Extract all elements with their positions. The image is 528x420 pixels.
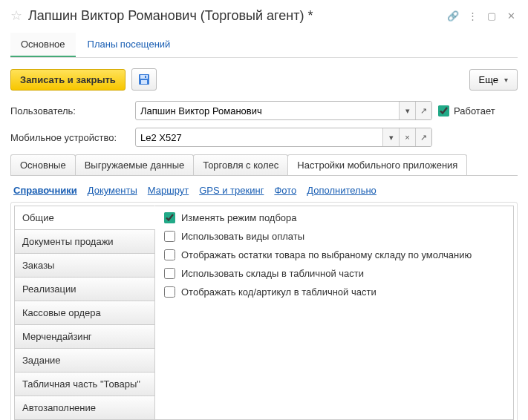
floppy-disk-icon	[138, 73, 150, 85]
svg-rect-2	[141, 80, 147, 84]
nav-tabs: Основное Планы посещений	[10, 33, 518, 58]
svg-rect-1	[140, 75, 148, 79]
works-checkbox[interactable]	[438, 105, 449, 117]
vtab-merchandising[interactable]: Мерчендайзинг	[14, 324, 155, 348]
tab-trade[interactable]: Торговля с колес	[193, 154, 288, 175]
vertical-tabs: Общие Документы продажи Заказы Реализаци…	[14, 206, 155, 420]
device-dropdown-button[interactable]: ▾	[382, 128, 399, 146]
favorite-star-icon[interactable]: ☆	[10, 7, 22, 24]
opt-show-code-label: Отображать код/артикул в табличной части	[181, 286, 377, 298]
main-tabstrip: Основные Выгружаемые данные Торговля с к…	[10, 154, 518, 176]
subtabs: Справочники Документы Маршрут GPS и трек…	[10, 176, 518, 202]
options-panel: Изменять режим подбора Использовать виды…	[154, 206, 514, 420]
tab-export-data[interactable]: Выгружаемые данные	[75, 154, 195, 175]
opt-warehouses-checkbox[interactable]	[164, 268, 175, 279]
svg-rect-3	[145, 76, 146, 78]
tab-basic[interactable]: Основные	[10, 154, 76, 175]
user-row: Пользователь: ▾ ↗ Работает	[10, 101, 518, 120]
user-dropdown-button[interactable]: ▾	[399, 102, 415, 119]
opt-change-mode-checkbox[interactable]	[164, 212, 175, 223]
maximize-icon[interactable]: ▢	[485, 10, 498, 22]
user-label: Пользователь:	[10, 105, 129, 117]
subtab-photo[interactable]: Фото	[274, 185, 296, 196]
opt-payment-types-checkbox[interactable]	[164, 231, 175, 242]
close-icon[interactable]: ✕	[504, 10, 518, 22]
content-area: Общие Документы продажи Заказы Реализаци…	[10, 202, 518, 420]
more-button[interactable]: Еще	[469, 69, 518, 91]
device-open-button[interactable]: ↗	[415, 128, 431, 146]
vtab-table-goods[interactable]: Табличная часть "Товары"	[14, 372, 155, 396]
tab-mobile-settings[interactable]: Настройки мобильного приложения	[287, 154, 467, 175]
device-label: Мобильное устройство:	[10, 132, 129, 143]
vtab-sales-docs[interactable]: Документы продажи	[14, 229, 155, 253]
opt-payment-types-label: Использовать виды оплаты	[181, 231, 304, 242]
save-and-close-button[interactable]: Записать и закрыть	[10, 69, 126, 91]
device-clear-button[interactable]: ×	[399, 128, 415, 146]
nav-tab-plans[interactable]: Планы посещений	[77, 33, 181, 57]
subtab-route[interactable]: Маршрут	[148, 185, 189, 196]
opt-stock-remains-label: Отображать остатки товара по выбраному с…	[181, 249, 472, 260]
subtab-directories[interactable]: Справочники	[13, 185, 77, 196]
opt-warehouses-label: Использовать склады в табличной части	[181, 268, 364, 279]
vtab-orders[interactable]: Заказы	[14, 253, 155, 277]
kebab-menu-icon[interactable]: ⋮	[466, 10, 479, 22]
titlebar: ☆ Лапшин Виктор Романович (Торговый аген…	[10, 7, 518, 33]
subtab-gps[interactable]: GPS и трекинг	[199, 185, 264, 196]
works-checkbox-wrap[interactable]: Работает	[438, 105, 495, 117]
vtab-general[interactable]: Общие	[14, 206, 155, 229]
subtab-additional[interactable]: Дополнительно	[307, 185, 377, 196]
toolbar: Записать и закрыть Еще	[10, 68, 518, 91]
opt-show-code-checkbox[interactable]	[164, 286, 175, 298]
link-icon[interactable]: 🔗	[446, 10, 460, 22]
subtab-documents[interactable]: Документы	[88, 185, 137, 196]
opt-stock-remains-checkbox[interactable]	[164, 249, 175, 260]
window-title: Лапшин Виктор Романович (Торговый агент)…	[28, 8, 440, 24]
user-input[interactable]	[135, 101, 432, 120]
save-button[interactable]	[131, 68, 157, 91]
nav-tab-main[interactable]: Основное	[10, 33, 76, 57]
window: ☆ Лапшин Виктор Романович (Торговый аген…	[0, 0, 528, 420]
device-row: Мобильное устройство: ▾ × ↗	[10, 128, 518, 147]
vtab-cash-orders[interactable]: Кассовые ордера	[14, 301, 155, 324]
works-label: Работает	[454, 105, 495, 117]
vtab-realizations[interactable]: Реализации	[14, 277, 155, 301]
vtab-autofill[interactable]: Автозаполнение	[14, 396, 155, 420]
vtab-task[interactable]: Задание	[14, 348, 155, 372]
user-open-button[interactable]: ↗	[415, 102, 431, 119]
opt-change-mode-label: Изменять режим подбора	[181, 212, 297, 223]
